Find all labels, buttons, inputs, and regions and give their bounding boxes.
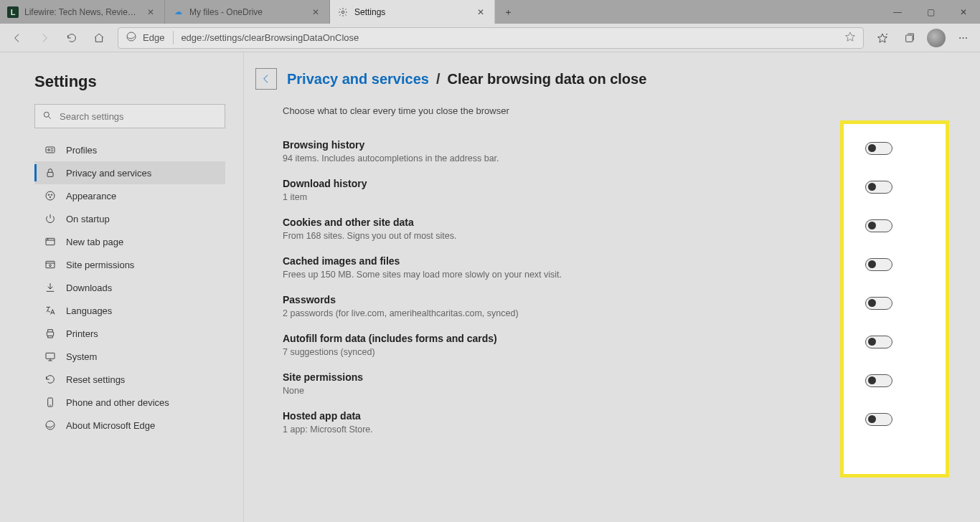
svg-point-10	[50, 196, 51, 198]
reset-icon	[44, 374, 56, 385]
svg-rect-14	[47, 332, 53, 336]
sidebar-item-profiles[interactable]: Profiles	[34, 138, 225, 161]
setting-row: Download history1 item	[283, 171, 892, 209]
sidebar-item-label: Downloads	[66, 283, 112, 293]
toggle-knob	[868, 144, 876, 152]
more-button[interactable]: ⋯	[950, 27, 976, 49]
lifewire-icon: L	[7, 6, 19, 18]
svg-point-5	[48, 149, 50, 151]
sidebar-item-label: Profiles	[66, 145, 97, 156]
favorites-button[interactable]	[870, 27, 895, 49]
toggle-knob	[868, 415, 876, 423]
sidebar-item-about-microsoft-edge[interactable]: About Microsoft Edge	[34, 414, 225, 437]
breadcrumb: Privacy and services / Clear browsing da…	[255, 68, 951, 90]
svg-rect-11	[46, 238, 55, 245]
setting-desc: None	[283, 386, 363, 396]
maximize-button[interactable]: ▢	[914, 0, 947, 24]
search-input[interactable]	[60, 111, 217, 122]
edge-label: Edge	[143, 32, 164, 43]
setting-row: Cached images and filesFrees up 150 MB. …	[283, 248, 892, 287]
address-bar[interactable]: Edge edge://settings/clearBrowsingDataOn…	[118, 27, 864, 49]
toggle-switch[interactable]	[865, 181, 892, 194]
highlight-box	[844, 124, 946, 474]
sidebar-item-printers[interactable]: Printers	[34, 322, 225, 345]
toggle-switch[interactable]	[865, 297, 892, 310]
forward-button[interactable]	[32, 27, 57, 49]
power-icon	[44, 213, 56, 224]
refresh-button[interactable]	[59, 27, 85, 49]
cloud-icon: ☁	[172, 6, 184, 18]
close-icon[interactable]: ✕	[477, 7, 487, 17]
toggle-knob	[868, 338, 876, 346]
setting-desc: 2 passwords (for live.com, amerihealthca…	[283, 308, 519, 318]
sidebar-item-languages[interactable]: Languages	[34, 299, 225, 322]
breadcrumb-back-button[interactable]	[255, 68, 277, 90]
sidebar-item-appearance[interactable]: Appearance	[34, 184, 225, 207]
breadcrumb-link[interactable]: Privacy and services	[287, 71, 429, 87]
sidebar-item-system[interactable]: System	[34, 345, 225, 368]
sidebar-item-privacy-and-services[interactable]: Privacy and services	[34, 161, 225, 184]
svg-point-3	[44, 112, 49, 117]
sidebar-item-downloads[interactable]: Downloads	[34, 276, 225, 299]
setting-title: Autofill form data (includes forms and c…	[283, 333, 497, 344]
sidebar-item-label: Phone and other devices	[66, 397, 169, 408]
setting-row: Cookies and other site dataFrom 168 site…	[283, 209, 892, 248]
sidebar-item-label: New tab page	[66, 237, 123, 247]
tab-settings[interactable]: Settings ✕	[330, 0, 495, 24]
home-button[interactable]	[86, 27, 112, 49]
toggle-switch[interactable]	[865, 336, 892, 348]
setting-desc: From 168 sites. Signs you out of most si…	[283, 231, 456, 241]
svg-point-7	[46, 191, 55, 200]
collections-button[interactable]	[897, 27, 923, 49]
content-area: Settings ProfilesPrivacy and servicesApp…	[0, 52, 980, 522]
setting-row: Browsing history94 items. Includes autoc…	[283, 132, 892, 171]
toggle-switch[interactable]	[865, 258, 892, 271]
toggle-switch[interactable]	[865, 142, 892, 155]
sidebar-item-label: System	[66, 351, 97, 362]
appearance-icon	[44, 190, 56, 201]
setting-title: Passwords	[283, 294, 519, 305]
sidebar-item-phone-and-other-devices[interactable]: Phone and other devices	[34, 391, 225, 414]
setting-title: Download history	[283, 178, 367, 189]
minimize-button[interactable]: —	[881, 0, 914, 24]
svg-rect-6	[47, 172, 53, 176]
sidebar-item-label: Privacy and services	[66, 168, 151, 179]
toggle-switch[interactable]	[865, 374, 892, 387]
close-icon[interactable]: ✕	[312, 7, 322, 17]
window-controls: — ▢ ✕	[881, 0, 980, 24]
toggle-switch[interactable]	[865, 219, 892, 232]
sidebar-item-label: Appearance	[66, 191, 116, 201]
edge-chip: Edge	[126, 31, 174, 44]
settings-main: Privacy and services / Clear browsing da…	[244, 52, 980, 522]
tab-onedrive[interactable]: ☁ My files - OneDrive ✕	[165, 0, 330, 24]
sidebar-item-label: About Microsoft Edge	[66, 420, 155, 431]
tab-label: My files - OneDrive	[189, 7, 306, 17]
star-outline-icon[interactable]	[844, 31, 856, 44]
sidebar-item-new-tab-page[interactable]: New tab page	[34, 230, 225, 253]
close-icon[interactable]: ✕	[147, 7, 157, 17]
back-button[interactable]	[4, 27, 30, 49]
setting-row: Site permissionsNone	[283, 364, 892, 403]
download-icon	[44, 282, 56, 293]
profile-avatar[interactable]	[927, 29, 946, 47]
setting-desc: 94 items. Includes autocompletions in th…	[283, 153, 499, 163]
edge-icon	[44, 419, 56, 431]
new-tab-button[interactable]: ＋	[495, 0, 521, 24]
sidebar-item-label: Site permissions	[66, 260, 134, 270]
printer-icon	[44, 328, 56, 339]
tab-lifewire[interactable]: L Lifewire: Tech News, Reviews, He ✕	[0, 0, 165, 24]
close-window-button[interactable]: ✕	[947, 0, 980, 24]
phone-icon	[44, 397, 56, 408]
settings-search[interactable]	[34, 104, 225, 128]
sidebar-item-on-startup[interactable]: On startup	[34, 207, 225, 230]
toggle-knob	[868, 222, 876, 229]
sidebar-item-reset-settings[interactable]: Reset settings	[34, 368, 225, 391]
sidebar-item-site-permissions[interactable]: Site permissions	[34, 253, 225, 276]
toggle-switch[interactable]	[865, 413, 892, 426]
sidebar-item-label: On startup	[66, 214, 110, 224]
toggle-knob	[868, 376, 876, 384]
svg-point-8	[48, 194, 50, 196]
breadcrumb-sep: /	[436, 71, 440, 87]
tab-label: Settings	[354, 7, 471, 17]
setting-desc: 1 app: Microsoft Store.	[283, 424, 373, 435]
